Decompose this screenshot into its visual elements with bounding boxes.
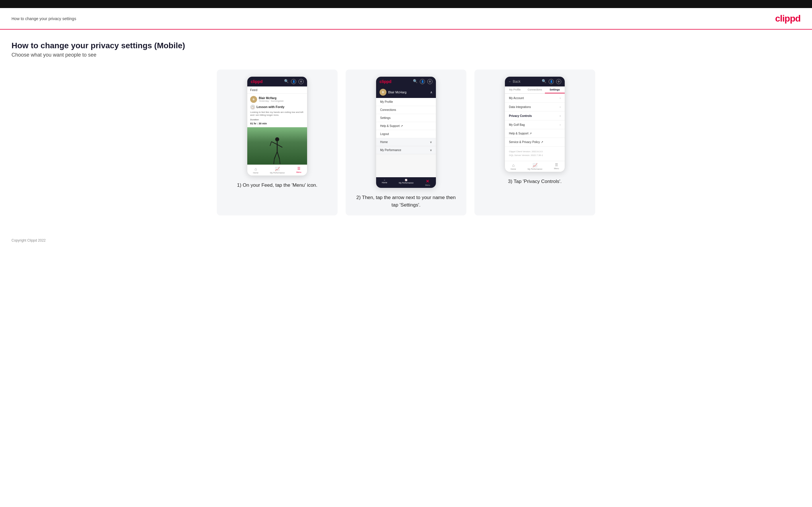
duration-label: Duration (250, 118, 304, 121)
search-icon-2: 🔍 (413, 79, 417, 84)
bottom-home: ⌂ Home (253, 167, 258, 174)
privacy-controls-label: Privacy Controls (509, 114, 531, 117)
menu-item-logout: Logout (376, 130, 436, 138)
section-performance: My Performance ∨ (376, 146, 436, 154)
svg-line-2 (271, 142, 277, 145)
step-2-description: 2) Then, tap the arrow next to your name… (353, 194, 459, 209)
chevron-right-icon-3: › (560, 114, 561, 117)
chevron-down-icon: ∨ (430, 140, 432, 144)
blurred-content (376, 154, 436, 177)
home-label-3: Home (511, 168, 516, 170)
golfer-image (247, 127, 307, 165)
bottom-performance-3: 📈 My Performance (527, 163, 542, 170)
logo: clippd (775, 13, 801, 24)
profile-icon: 👤 (291, 79, 296, 84)
chevron-down-icon-2: ∨ (430, 149, 432, 152)
chevron-right-icon: › (560, 96, 561, 100)
menu-list: My Profile Connections Settings Help & S… (376, 98, 436, 138)
phone-2-icons: 🔍 👤 ⚙ (413, 79, 433, 84)
svg-point-0 (275, 137, 279, 141)
lesson-icon: 📋 (250, 105, 255, 110)
avatar: B (250, 96, 257, 103)
svg-line-6 (277, 152, 280, 159)
steps-container: clippd 🔍 👤 ⚙ Feed B Blair McHarg (11, 69, 801, 215)
step-1-description: 1) On your Feed, tap the 'Menu' icon. (237, 181, 317, 189)
client-version: Clippd Client Version: 2022.8.3-3 (509, 150, 561, 154)
settings-privacy-controls: Privacy Controls › (505, 111, 565, 120)
phone-2-nav: clippd 🔍 👤 ⚙ (376, 77, 436, 87)
svg-line-8 (280, 159, 280, 164)
back-arrow-icon: ← Back (508, 79, 520, 83)
help-label: Help & Support ↗ (509, 132, 531, 135)
step-1-phone: clippd 🔍 👤 ⚙ Feed B Blair McHarg (247, 76, 307, 176)
phone-1-logo: clippd (251, 79, 262, 84)
privacy-policy-label: Service & Privacy Policy ↗ (509, 140, 543, 144)
menu-label-3: Menu (554, 167, 559, 169)
performance-label: My Performance (270, 172, 285, 174)
profile-icon-2: 👤 (420, 79, 425, 84)
lesson-title: Lesson with Fordy (256, 105, 285, 109)
chevron-right-icon-4: › (560, 123, 561, 126)
step-1-card: clippd 🔍 👤 ⚙ Feed B Blair McHarg (217, 69, 338, 215)
performance-icon-2: 📈 (405, 179, 407, 181)
svg-line-3 (270, 142, 271, 146)
profile-icon-3: 👤 (549, 79, 554, 84)
dropdown-user-header: B Blair McHarg ∧ (376, 87, 436, 98)
page-title: How to change your privacy settings (Mob… (11, 41, 801, 50)
menu-item-profile: My Profile (376, 98, 436, 106)
my-account-label: My Account (509, 97, 524, 100)
menu-item-settings: Settings (376, 114, 436, 122)
step-3-phone: ← Back 🔍 👤 ⚙ My Profile Connections Sett… (505, 76, 565, 172)
settings-data-integrations: Data Integrations › (505, 103, 565, 111)
settings-tabs: My Profile Connections Settings (505, 87, 565, 94)
phone-1-nav: clippd 🔍 👤 ⚙ (247, 77, 307, 87)
step-3-card: ← Back 🔍 👤 ⚙ My Profile Connections Sett… (474, 69, 595, 215)
version-info: Clippd Client Version: 2022.8.3-3 GQL Se… (505, 147, 565, 161)
menu-label: Menu (296, 171, 301, 173)
settings-icon-2: ⚙ (427, 79, 433, 84)
home-section-label: Home (380, 140, 388, 144)
dropdown-username: Blair McHarg (388, 91, 407, 94)
bottom-menu-3: ☰ Menu (554, 163, 559, 170)
svg-line-4 (277, 145, 283, 147)
search-icon: 🔍 (284, 79, 289, 84)
step-3-description: 3) Tap 'Privacy Controls'. (508, 178, 562, 185)
menu-section: Home ∨ My Performance ∨ (376, 138, 436, 154)
home-icon: ⌂ (254, 167, 257, 171)
performance-icon: 📈 (275, 167, 280, 171)
performance-label-2: My Performance (399, 182, 413, 184)
feed-tab: Feed (247, 87, 307, 94)
menu-item-connections: Connections (376, 106, 436, 114)
menu-item-help: Help & Support ↗ (376, 122, 436, 130)
phone-1-icons: 🔍 👤 ⚙ (284, 79, 304, 84)
duration-value: 01 hr : 30 min (250, 122, 304, 125)
settings-help: Help & Support ↗ (505, 129, 565, 138)
phone-1-post: B Blair McHarg Yesterday · Sunningdale 📋… (247, 94, 307, 127)
menu-icon: ☰ (297, 167, 301, 171)
header-title: How to change your privacy settings (11, 16, 76, 21)
phone-2-bottom: ⌂ Home 📈 My Performance ✕ Menu (376, 177, 436, 188)
header: How to change your privacy settings clip… (0, 8, 812, 30)
bottom-menu: ☰ Menu (296, 167, 301, 174)
bottom-home-2: ⌂ Home (382, 179, 387, 186)
home-label: Home (253, 172, 258, 174)
lesson-header: 📋 Lesson with Fordy (250, 105, 304, 110)
svg-line-7 (274, 159, 274, 164)
menu-icon-3: ☰ (555, 163, 558, 167)
top-bar (0, 0, 812, 8)
golf-bag-label: My Golf Bag (509, 123, 525, 126)
post-date: Yesterday · Sunningdale (259, 100, 284, 102)
bottom-performance: 📈 My Performance (270, 167, 285, 174)
settings-golf-bag: My Golf Bag › (505, 120, 565, 129)
dropdown-avatar: B (379, 89, 387, 96)
section-home: Home ∨ (376, 138, 436, 146)
svg-line-5 (274, 152, 277, 159)
server-version: GQL Server Version: 2022.7.30-1 (509, 154, 561, 157)
phone-3-bottom: ⌂ Home 📈 My Performance ☰ Menu (505, 161, 565, 172)
bottom-performance-2: 📈 My Performance (399, 179, 413, 186)
page-subtitle: Choose what you want people to see (11, 52, 801, 58)
chevron-up-icon: ∧ (430, 91, 433, 94)
phone-2-logo: clippd (379, 79, 391, 84)
user-info: Blair McHarg Yesterday · Sunningdale (259, 97, 284, 102)
settings-icon: ⚙ (299, 79, 304, 84)
